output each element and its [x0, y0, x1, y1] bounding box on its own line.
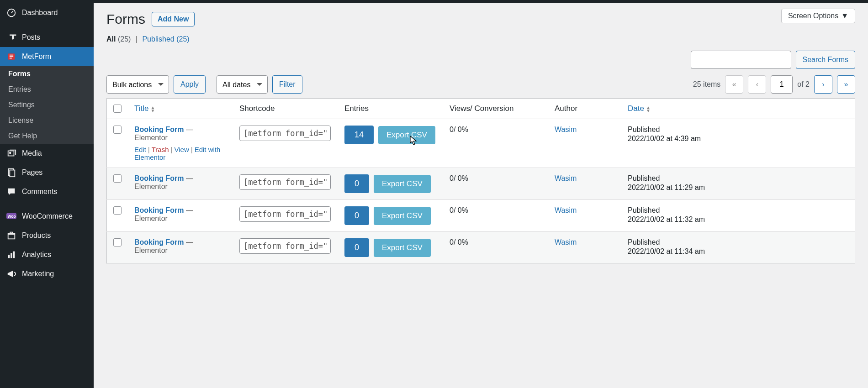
screen-options-button[interactable]: Screen Options ▼ — [781, 9, 855, 23]
row-title-link[interactable]: Booking Form — [134, 174, 184, 182]
views-cell: 0/ 0% — [443, 168, 548, 200]
shortcode-input[interactable] — [239, 126, 331, 141]
sidebar-item-woocommerce[interactable]: Woo WooCommerce — [0, 207, 94, 226]
row-checkbox[interactable] — [113, 206, 122, 215]
filter-published-count: (25) — [176, 35, 189, 43]
page-header: Forms Add New — [106, 11, 855, 27]
entries-badge[interactable]: 0 — [344, 238, 369, 257]
pages-icon — [6, 168, 16, 178]
analytics-icon — [6, 250, 16, 260]
caret-down-icon: ▼ — [841, 12, 848, 20]
sidebar-sub-entries[interactable]: Entries — [0, 82, 94, 97]
action-trash[interactable]: Trash — [152, 146, 169, 153]
pagination-first: « — [725, 75, 743, 94]
row-title-link[interactable]: Booking Form — [134, 206, 184, 214]
date-value: 2022/10/02 at 4:39 am — [628, 135, 848, 143]
shortcode-input[interactable] — [239, 174, 331, 190]
column-date[interactable]: Date▲▼ — [628, 104, 651, 113]
date-filter-select[interactable]: All dates — [217, 75, 268, 94]
views-cell: 0/ 0% — [443, 200, 548, 232]
sidebar-item-media[interactable]: Media — [0, 144, 94, 163]
shortcode-input[interactable] — [239, 206, 331, 222]
row-checkbox[interactable] — [113, 238, 122, 246]
add-new-button[interactable]: Add New — [152, 12, 195, 26]
author-link[interactable]: Wasim — [555, 238, 577, 246]
sidebar-submenu: Forms Entries Settings License Get Help — [0, 66, 94, 144]
admin-bar — [0, 0, 868, 3]
sidebar-item-dashboard[interactable]: Dashboard — [0, 3, 94, 22]
admin-sidebar: Dashboard Posts MetForm Forms Entries Se… — [0, 3, 94, 388]
sidebar-sub-license[interactable]: License — [0, 113, 94, 128]
svg-point-3 — [10, 152, 11, 154]
svg-rect-10 — [11, 253, 12, 258]
column-entries: Entries — [338, 99, 443, 119]
sidebar-sub-gethelp[interactable]: Get Help — [0, 128, 94, 144]
apply-button[interactable]: Apply — [174, 75, 206, 94]
column-title[interactable]: Title▲▼ — [134, 104, 155, 113]
date-status: Published — [628, 174, 848, 183]
filter-published[interactable]: Published — [142, 35, 174, 43]
sidebar-label: Comments — [22, 188, 57, 196]
export-csv-button[interactable]: Export CSV — [374, 239, 431, 257]
forms-table: Title▲▼ Shortcode Entries Views/ Convers… — [106, 98, 855, 264]
sidebar-item-posts[interactable]: Posts — [0, 28, 94, 47]
select-all-checkbox[interactable] — [113, 105, 122, 113]
sidebar-item-comments[interactable]: Comments — [0, 182, 94, 201]
sidebar-label: Dashboard — [22, 9, 58, 17]
entries-badge[interactable]: 0 — [344, 174, 369, 193]
views-cell: 0/ 0% — [443, 119, 548, 168]
shortcode-input[interactable] — [239, 238, 331, 254]
view-filters: All (25) | Published (25) — [106, 35, 855, 43]
search-input[interactable] — [691, 51, 791, 69]
sidebar-item-analytics[interactable]: Analytics — [0, 245, 94, 264]
filter-button[interactable]: Filter — [272, 75, 302, 94]
pagination-last[interactable]: » — [837, 75, 855, 94]
sidebar-item-products[interactable]: Products — [0, 226, 94, 245]
comments-icon — [6, 187, 16, 197]
row-checkbox[interactable] — [113, 174, 122, 183]
date-status: Published — [628, 126, 848, 134]
export-csv-button[interactable]: Export CSV — [374, 207, 431, 225]
export-csv-button[interactable]: Export CSV — [374, 175, 431, 193]
column-author: Author — [548, 99, 621, 119]
pagination-of: of 2 — [797, 80, 810, 89]
metform-icon — [6, 52, 16, 62]
row-title-link[interactable]: Booking Form — [134, 238, 184, 246]
sidebar-label: MetForm — [22, 52, 51, 61]
sidebar-item-pages[interactable]: Pages — [0, 163, 94, 182]
pagination-prev: ‹ — [748, 75, 766, 94]
pagination-current-input[interactable] — [771, 75, 793, 94]
sidebar-item-metform[interactable]: MetForm — [0, 47, 94, 66]
page-title: Forms — [106, 11, 145, 27]
main-content: Screen Options ▼ Forms Add New All (25) … — [94, 3, 868, 388]
table-row: Booking Form — Elementor0Export CSV0/ 0%… — [107, 168, 855, 200]
search-button[interactable]: Search Forms — [796, 51, 855, 69]
views-cell: 0/ 0% — [443, 232, 548, 264]
author-link[interactable]: Wasim — [555, 174, 577, 182]
row-checkbox[interactable] — [113, 126, 122, 134]
filter-all[interactable]: All — [106, 35, 116, 43]
bulk-actions-select[interactable]: Bulk actions — [106, 75, 169, 94]
dashboard-icon — [6, 8, 16, 18]
author-link[interactable]: Wasim — [555, 206, 577, 214]
date-value: 2022/10/02 at 11:34 am — [628, 247, 848, 256]
column-views: Views/ Conversion — [443, 99, 548, 119]
action-edit[interactable]: Edit — [134, 146, 146, 153]
pin-icon — [6, 32, 16, 42]
row-actions: Edit|Trash|View|Edit with Elementor — [134, 146, 227, 161]
sort-icon: ▲▼ — [151, 106, 155, 112]
column-shortcode: Shortcode — [233, 99, 338, 119]
sidebar-label: Products — [22, 231, 51, 240]
sidebar-sub-forms[interactable]: Forms — [0, 66, 94, 82]
entries-badge[interactable]: 0 — [344, 206, 369, 225]
author-link[interactable]: Wasim — [555, 126, 577, 133]
export-csv-button[interactable]: Export CSV — [378, 126, 435, 144]
entries-badge[interactable]: 14 — [344, 126, 374, 144]
svg-rect-9 — [8, 255, 10, 258]
row-title-link[interactable]: Booking Form — [134, 126, 184, 133]
action-view[interactable]: View — [174, 146, 189, 153]
sidebar-item-marketing[interactable]: Marketing — [0, 264, 94, 283]
sidebar-label: WooCommerce — [22, 212, 73, 220]
pagination-next[interactable]: › — [814, 75, 832, 94]
sidebar-sub-settings[interactable]: Settings — [0, 97, 94, 113]
